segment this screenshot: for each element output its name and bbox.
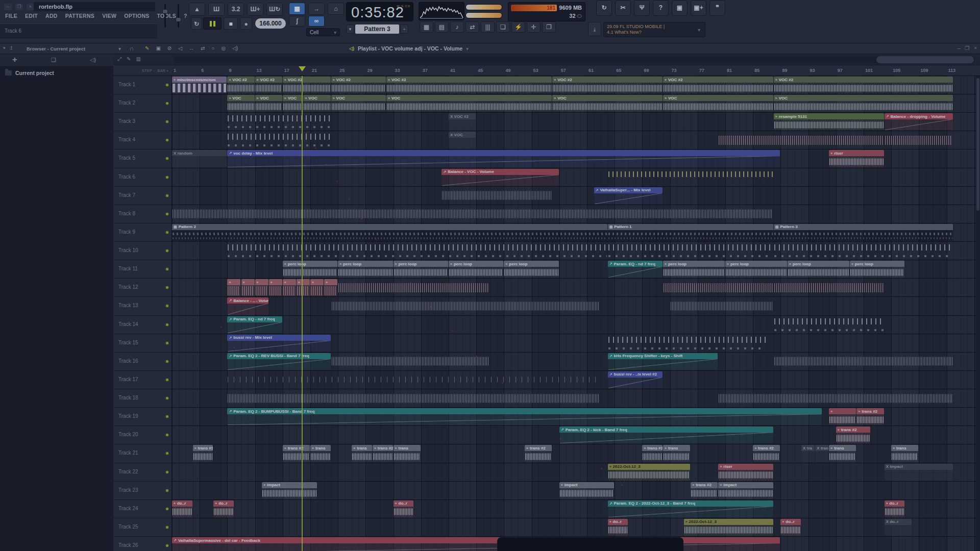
tiled-windows-icon[interactable]: ❐ — [542, 21, 556, 33]
track-led[interactable] — [166, 452, 168, 455]
playlist-clip-voc[interactable]: »VOC — [227, 95, 254, 112]
playlist-clip-voc-2[interactable]: »VOC #2 — [331, 77, 386, 93]
oscilloscope[interactable] — [419, 2, 464, 20]
playlist-clip-perc-loop[interactable]: »perc loop — [725, 261, 787, 278]
track-led[interactable] — [166, 508, 168, 510]
cell-selector[interactable]: Cell▾ — [306, 28, 340, 36]
playlist-clip-voc[interactable]: »VOC — [331, 95, 386, 112]
playlist-clip-2022-oct-12-3[interactable]: »2022-Oct-12_3 — [684, 519, 773, 536]
play-pause-button[interactable] — [203, 17, 222, 30]
download-icon[interactable]: ⤓ — [588, 22, 601, 36]
playlist-clip-voc[interactable]: »VOC — [303, 95, 330, 112]
playlist-clip-pattern-1[interactable]: ▤Pattern 1 — [608, 224, 773, 241]
pan-icon[interactable]: ⤢ — [117, 56, 121, 62]
playlist-clip[interactable] — [338, 279, 489, 296]
playlist-clip-x-voc-2[interactable]: X VOC #2 — [449, 113, 476, 130]
track-header-15[interactable]: Track 15 — [113, 334, 172, 353]
track-led[interactable] — [166, 526, 168, 529]
playlist-clip-voc-2[interactable]: »VOC #2 — [774, 77, 953, 93]
magnet-icon[interactable]: ∩ — [130, 45, 134, 52]
playback-icon[interactable]: ◁) — [232, 45, 238, 51]
playlist-clip[interactable] — [227, 113, 330, 130]
playlist-clip[interactable]: » — [241, 279, 255, 296]
file-icon[interactable]: ❏ — [51, 57, 56, 63]
collapse-icon[interactable]: ▾ — [3, 45, 6, 51]
playlist-clip-trans[interactable]: »trans — [352, 445, 372, 462]
track-header-10[interactable]: Track 10 — [113, 242, 172, 260]
track-led[interactable] — [166, 268, 168, 270]
slope-icon[interactable]: ✎ — [127, 56, 131, 62]
menu-item-options[interactable]: OPTIONS — [124, 13, 149, 19]
menu-item-add[interactable]: ADD — [45, 13, 58, 19]
playlist-clip-impact[interactable]: »impact — [262, 482, 316, 499]
track-led[interactable] — [166, 544, 168, 547]
timeline-ruler[interactable]: STEP ◦ BAR • 159131721252933374145495357… — [113, 65, 980, 76]
add-icon[interactable]: ✚ — [12, 57, 17, 63]
track-led[interactable] — [166, 471, 168, 473]
main-volume-slider[interactable] — [164, 4, 166, 28]
playlist-clip-trans-2[interactable]: »trans #2 — [525, 445, 552, 462]
playlist-clip-valhallasuper-mix-level[interactable]: ↗ValhallaSuper... - Mix level — [594, 187, 663, 204]
delete-icon[interactable]: ⊘ — [167, 45, 172, 51]
track-led[interactable] — [166, 397, 168, 399]
playlist-clip-trans-2[interactable]: »trans #2 — [856, 408, 884, 425]
playlist-clip-miscimscmismcism[interactable]: »miscimscmismcism — [172, 77, 227, 93]
tempo-display[interactable]: 166.000 — [255, 18, 286, 29]
playlist-clip[interactable] — [227, 242, 607, 259]
playlist-clip[interactable]: » — [269, 279, 282, 296]
time-display-panel[interactable]: 0:35:82 M:S:CS — [346, 2, 413, 21]
playlist-maximize-button[interactable]: ❐ — [965, 45, 969, 51]
playlist-clip[interactable]: » — [283, 279, 296, 296]
pattern-display[interactable]: Pattern 3 — [355, 24, 399, 34]
track-header-8[interactable]: Track 8 — [113, 205, 172, 223]
mixer-icon[interactable]: ||| — [481, 21, 495, 33]
slip-icon[interactable]: ⇄ — [201, 45, 205, 51]
track-header-3[interactable]: Track 3 — [113, 113, 172, 131]
track-header-1[interactable]: Track 1 — [113, 76, 172, 94]
playlist-clip-trans[interactable]: »trans — [891, 445, 918, 462]
mic-icon[interactable]: Ψ — [634, 0, 650, 16]
track-header-23[interactable]: Track 23 — [113, 482, 172, 500]
paint-icon[interactable]: ▣ — [156, 45, 160, 51]
grid-icon[interactable]: ▥ — [136, 56, 140, 62]
playlist-clip-perc-loop[interactable]: »perc loop — [850, 261, 904, 278]
playlist-clip-resample-5131[interactable]: »resample 5131 — [774, 113, 884, 130]
playlist-clip-do-r[interactable]: »do..r — [213, 500, 234, 517]
track-header-24[interactable]: Track 24 — [113, 500, 172, 518]
playlist-clip-voc-2[interactable]: »VOC #2 — [255, 77, 282, 93]
playlist-clip[interactable] — [497, 537, 683, 551]
playlist-clip[interactable] — [227, 132, 330, 148]
track-led[interactable] — [166, 360, 168, 363]
track-led[interactable] — [166, 194, 168, 197]
loop-record-icon[interactable]: Ш↻ — [266, 3, 283, 16]
playlist-clip-do-r[interactable]: »do..r — [172, 500, 192, 517]
plugin-icon[interactable]: ⚡ — [511, 21, 525, 33]
playlist-clip-pattern-3[interactable]: ▤Pattern 3 — [774, 224, 953, 241]
playlist-clip-voc[interactable]: »VOC — [774, 95, 953, 112]
playlist-clip-do-r[interactable]: »do..r — [885, 500, 905, 517]
track-header-5[interactable]: Track 5 — [113, 149, 172, 168]
playlist-clip-riser[interactable]: »riser — [718, 464, 773, 481]
swing-icon[interactable]: ʃ — [289, 16, 305, 27]
playlist-clip-perc-loop[interactable]: »perc loop — [449, 261, 503, 278]
playlist-close-button[interactable]: × — [974, 45, 977, 51]
playlist-clip[interactable]: » — [310, 279, 324, 296]
track-led[interactable] — [166, 139, 168, 141]
track-header-9[interactable]: Track 9 — [113, 223, 172, 242]
playlist-clip-bussi-rev-ix-level-2[interactable]: ↗bussi rev - ..ix level #2 — [608, 371, 663, 388]
vertical-scrollbar-thumb[interactable] — [976, 78, 979, 211]
track-header-13[interactable]: Track 13 — [113, 297, 172, 315]
playlist-clip-voc[interactable]: »VOC — [663, 95, 773, 112]
playlist-clip-perc-loop[interactable]: »perc loop — [394, 261, 448, 278]
playlist-clip-param-eq-2-kick-band-7-freq[interactable]: ↗Param. EQ 2 - kick - Band 7 freq — [559, 427, 773, 443]
playlist-clip[interactable] — [774, 279, 884, 296]
track-header-17[interactable]: Track 17 — [113, 371, 172, 389]
track-header-14[interactable]: Track 14 — [113, 316, 172, 334]
playlist-clip-perc-loop[interactable]: »perc loop — [504, 261, 558, 278]
playlist-clip-trans[interactable]: »trans — [663, 445, 690, 462]
playlist-clip[interactable] — [331, 297, 600, 314]
track-header-7[interactable]: Track 7 — [113, 187, 172, 205]
playlist-clip-valhallasupermassive-del-car-feedback[interactable]: ↗ValhallaSupermassive - del car - Feedba… — [172, 537, 780, 551]
playlist-clip[interactable] — [608, 335, 767, 352]
playlist-clip-voc-2[interactable]: »VOC #2 — [283, 77, 331, 93]
